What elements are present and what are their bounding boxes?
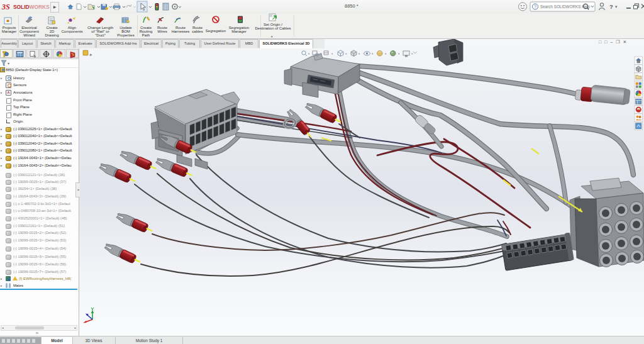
svg-text:?: ?	[609, 3, 613, 10]
svg-text:▾: ▾	[385, 52, 387, 55]
svg-text:3S: 3S	[1, 3, 10, 11]
svg-text:▾: ▾	[331, 52, 333, 55]
svg-text:▸: ▸	[90, 52, 92, 57]
svg-text:Search SOLIDWORKS Help: Search SOLIDWORKS Help	[540, 4, 591, 9]
svg-text:▾: ▾	[411, 52, 413, 55]
svg-text:▾: ▾	[398, 52, 400, 55]
svg-text:▾: ▾	[358, 52, 360, 55]
svg-text:▾: ▾	[308, 52, 310, 55]
svg-text:▾: ▾	[615, 4, 618, 9]
svg-text:▾: ▾	[372, 52, 374, 55]
svg-text:?: ?	[534, 4, 536, 9]
svg-text:▾: ▾	[345, 52, 347, 55]
